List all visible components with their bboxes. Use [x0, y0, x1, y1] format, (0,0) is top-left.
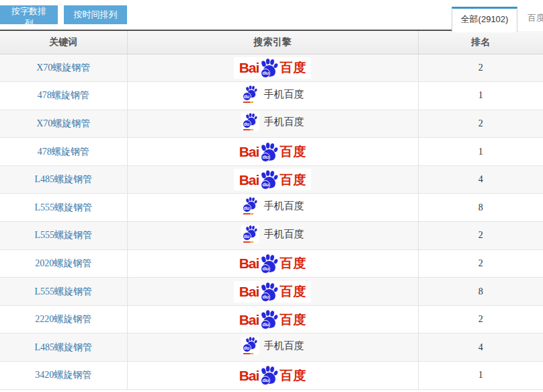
- table-row: L555螺旋钢管 Bai du 百度 8: [0, 278, 543, 306]
- mobile-du-badge: du: [243, 120, 251, 128]
- table-row: L485螺旋钢管 du 手机百度 4: [0, 334, 543, 362]
- engine-cell: du 手机百度: [127, 334, 418, 362]
- baidu-du-badge: du: [261, 153, 270, 162]
- keyword-link[interactable]: L485螺旋钢管: [0, 165, 127, 194]
- mobile-engine-label: 手机百度: [264, 88, 304, 101]
- mobile-engine-label: 手机百度: [264, 200, 304, 212]
- rank-value: 1: [418, 138, 543, 166]
- mobile-engine-label: 手机百度: [264, 228, 304, 241]
- table-row: 2020螺旋钢管 Bai du 百度 2: [0, 249, 543, 278]
- keyword-link[interactable]: L555螺旋钢管: [0, 222, 127, 250]
- engine-cell: du 手机百度: [127, 82, 418, 110]
- engine-cell: Bai du 百度: [127, 278, 418, 306]
- table-row: X70螺旋钢管 Bai du 百度 2: [0, 54, 543, 82]
- mobile-icon-underline: [243, 241, 253, 243]
- mobile-baidu-engine: du 手机百度: [241, 197, 304, 215]
- keyword-link[interactable]: 478螺旋钢管: [0, 82, 127, 110]
- engine-cell: Bai du 百度: [127, 138, 418, 166]
- rank-value: 4: [418, 165, 543, 194]
- mobile-baidu-icon: du: [241, 225, 259, 243]
- engine-cell: Bai du 百度: [127, 165, 418, 194]
- engine-cell: du 手机百度: [127, 110, 418, 138]
- mobile-icon-underline: [243, 102, 253, 103]
- table-header-row: 关键词 搜索引擎 排名: [0, 31, 543, 54]
- baidu-logo: Bai du 百度: [234, 281, 312, 303]
- baidu-logo-cn-text: 百度: [280, 369, 306, 382]
- baidu-paw-icon: du: [259, 254, 278, 273]
- mobile-engine-label: 手机百度: [264, 116, 304, 128]
- toolbar: 按字数排列 按时间排列 全部(29102) 百度: [0, 0, 543, 30]
- keyword-link[interactable]: X70螺旋钢管: [0, 54, 127, 82]
- keyword-link[interactable]: X70螺旋钢管: [0, 110, 127, 138]
- table-row: 3420螺旋钢管 Bai du 百度 1: [0, 362, 543, 390]
- baidu-du-badge: du: [261, 292, 270, 302]
- baidu-logo-bai-text: Bai: [239, 256, 259, 270]
- rank-value: 8: [418, 194, 543, 222]
- keyword-link[interactable]: L555螺旋钢管: [0, 194, 127, 222]
- keyword-link[interactable]: 478螺旋钢管: [0, 138, 127, 166]
- table-row: L555螺旋钢管 du 手机百度 2: [0, 222, 543, 250]
- engine-cell: du 手机百度: [127, 222, 418, 250]
- table-row: X70螺旋钢管 du 手机百度 2: [0, 110, 543, 138]
- baidu-logo: Bai du 百度: [234, 57, 312, 79]
- table-row: 478螺旋钢管 Bai du 百度 1: [0, 138, 543, 166]
- baidu-logo-bai-text: Bai: [239, 173, 259, 187]
- rank-value: 2: [418, 54, 543, 82]
- tab-all[interactable]: 全部(29102): [452, 7, 517, 32]
- engine-cell: du 手机百度: [127, 194, 418, 222]
- baidu-logo-bai-text: Bai: [239, 145, 259, 159]
- keyword-link[interactable]: L485螺旋钢管: [0, 334, 127, 362]
- mobile-baidu-icon: du: [241, 85, 259, 104]
- rank-value: 2: [418, 305, 543, 334]
- mobile-baidu-engine: du 手机百度: [241, 113, 304, 131]
- baidu-logo: Bai du 百度: [234, 253, 312, 274]
- mobile-baidu-icon: du: [241, 113, 259, 131]
- baidu-logo: Bai du 百度: [234, 309, 312, 330]
- table-row: 2220螺旋钢管 Bai du 百度 2: [0, 305, 543, 334]
- sort-by-chars-button[interactable]: 按字数排列: [0, 5, 58, 24]
- baidu-logo-cn-text: 百度: [280, 173, 306, 186]
- mobile-baidu-icon: du: [241, 197, 259, 215]
- rank-value: 2: [418, 249, 543, 278]
- sort-by-time-button[interactable]: 按时间排列: [64, 5, 127, 24]
- rank-value: 2: [418, 222, 543, 250]
- engine-cell: Bai du 百度: [127, 362, 418, 390]
- rank-value: 4: [418, 334, 543, 362]
- table-row: L555螺旋钢管 du 手机百度 8: [0, 194, 543, 222]
- mobile-engine-label: 手机百度: [264, 340, 304, 352]
- keyword-link[interactable]: 3420螺旋钢管: [0, 362, 127, 390]
- mobile-du-badge: du: [243, 204, 251, 212]
- rank-value: 8: [418, 278, 543, 306]
- rank-value: 2: [418, 110, 543, 138]
- mobile-du-badge: du: [243, 92, 251, 101]
- rank-value: 1: [418, 362, 543, 390]
- baidu-paw-icon: du: [259, 58, 278, 77]
- baidu-paw-icon: du: [259, 282, 278, 301]
- baidu-paw-icon: du: [259, 170, 278, 189]
- ranking-table-wrap: 关键词 搜索引擎 排名 X70螺旋钢管 Bai du: [0, 30, 543, 390]
- baidu-logo-bai-text: Bai: [239, 284, 259, 299]
- baidu-logo-cn-text: 百度: [280, 313, 306, 326]
- baidu-logo-bai-text: Bai: [239, 368, 259, 383]
- baidu-paw-icon: du: [259, 310, 278, 329]
- rank-value: 1: [418, 82, 543, 110]
- baidu-logo: Bai du 百度: [234, 169, 312, 190]
- tab-baidu[interactable]: 百度: [517, 7, 543, 31]
- col-header-rank: 排名: [418, 31, 543, 54]
- table-row: 478螺旋钢管 du 手机百度 1: [0, 82, 543, 110]
- mobile-baidu-engine: du 手机百度: [241, 337, 304, 355]
- keyword-link[interactable]: 2020螺旋钢管: [0, 249, 127, 278]
- keyword-link[interactable]: 2220螺旋钢管: [0, 305, 127, 334]
- mobile-du-badge: du: [243, 344, 251, 352]
- mobile-icon-underline: [243, 353, 253, 354]
- mobile-baidu-engine: du 手机百度: [241, 85, 304, 104]
- mobile-icon-underline: [243, 129, 253, 130]
- baidu-logo-cn-text: 百度: [280, 145, 306, 158]
- table-row: L485螺旋钢管 Bai du 百度 4: [0, 165, 543, 194]
- engine-cell: Bai du 百度: [127, 54, 418, 82]
- col-header-keyword: 关键词: [0, 31, 127, 54]
- mobile-icon-underline: [243, 213, 253, 214]
- ranking-table: 关键词 搜索引擎 排名 X70螺旋钢管 Bai du: [0, 31, 543, 390]
- keyword-link[interactable]: L555螺旋钢管: [0, 278, 127, 306]
- baidu-logo: Bai du 百度: [234, 364, 312, 386]
